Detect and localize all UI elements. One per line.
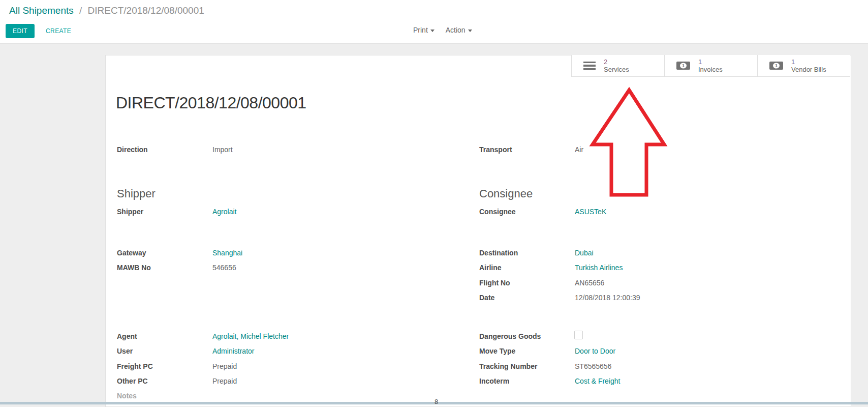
- field-consignee: ConsigneeASUSTeK: [479, 208, 606, 216]
- consignee-link[interactable]: ASUSTeK: [575, 208, 606, 216]
- transport-value: Air: [575, 146, 583, 154]
- gateway-link[interactable]: Shanghai: [212, 249, 242, 257]
- svg-text:1: 1: [682, 63, 685, 68]
- date-value: 12/08/2018 12:00:39: [575, 294, 640, 302]
- field-transport: TransportAir: [479, 146, 583, 154]
- field-freight-pc: Freight PCPrepaid: [117, 362, 237, 370]
- user-link[interactable]: Administrator: [212, 347, 254, 355]
- destination-link[interactable]: Dubai: [575, 249, 594, 257]
- services-count: 2: [604, 58, 629, 66]
- move-type-link[interactable]: Door to Door: [575, 347, 615, 355]
- field-incoterm: IncotermCost & Freight: [479, 377, 620, 385]
- vendor-bills-label: Vendor Bills: [791, 66, 826, 73]
- services-label: Services: [604, 66, 629, 73]
- breadcrumb-current-record: DIRECT/2018/12/08/00001: [88, 5, 204, 16]
- create-button[interactable]: CREATE: [41, 24, 76, 38]
- vendor-bills-stat-button[interactable]: 1 1 Vendor Bills: [757, 55, 850, 77]
- agent-link[interactable]: Agrolait, Michel Fletcher: [212, 332, 289, 340]
- freight-pc-value: Prepaid: [212, 362, 237, 370]
- record-title: DIRECT/2018/12/08/00001: [116, 94, 306, 112]
- chevron-down-icon: [468, 30, 472, 32]
- field-user: UserAdministrator: [117, 347, 254, 355]
- shipper-section-heading: Shipper: [117, 187, 156, 200]
- svg-text:1: 1: [775, 63, 778, 68]
- action-menus: Print Action: [413, 26, 481, 34]
- field-other-pc: Other PCPrepaid: [117, 377, 237, 385]
- field-move-type: Move TypeDoor to Door: [479, 347, 615, 355]
- field-destination: DestinationDubai: [479, 249, 594, 257]
- invoices-label: Invoices: [698, 66, 723, 73]
- consignee-section-heading: Consignee: [479, 187, 533, 200]
- services-stat-button[interactable]: 2 Services: [571, 55, 664, 77]
- field-flight-no: Flight NoAN65656: [479, 279, 604, 287]
- tracking-number-value: ST6565656: [575, 362, 611, 370]
- list-icon: [583, 62, 596, 70]
- shipper-link[interactable]: Agrolait: [212, 208, 236, 216]
- field-mawb-no: MAWB No546656: [117, 264, 236, 272]
- direction-value: Import: [212, 146, 233, 154]
- print-menu[interactable]: Print: [413, 26, 435, 34]
- control-panel: All Shipements / DIRECT/2018/12/08/00001…: [0, 0, 868, 44]
- airline-link[interactable]: Turkish Airlines: [575, 264, 623, 272]
- mawb-no-value: 546656: [212, 264, 236, 272]
- flight-no-value: AN65656: [575, 279, 604, 287]
- breadcrumb: All Shipements / DIRECT/2018/12/08/00001: [9, 5, 204, 16]
- field-agent: AgentAgrolait, Michel Fletcher: [117, 332, 289, 340]
- field-direction: DirectionImport: [117, 146, 233, 154]
- field-tracking-number: Tracking NumberST6565656: [479, 362, 611, 370]
- invoices-count: 1: [698, 58, 723, 66]
- dangerous-goods-checkbox[interactable]: [574, 331, 583, 339]
- money-icon: 1: [769, 61, 783, 70]
- other-pc-value: Prepaid: [212, 377, 237, 385]
- page: All Shipements / DIRECT/2018/12/08/00001…: [0, 0, 868, 407]
- edit-button[interactable]: EDIT: [6, 24, 35, 38]
- field-dangerous-goods: Dangerous Goods: [479, 332, 575, 340]
- invoices-stat-button[interactable]: 1 1 Invoices: [664, 55, 757, 77]
- bottom-panel-edge: [0, 402, 868, 404]
- field-shipper: ShipperAgrolait: [117, 208, 236, 216]
- money-icon: 1: [676, 61, 690, 70]
- notes-label: Notes: [117, 392, 137, 400]
- breadcrumb-all-shipments[interactable]: All Shipements: [9, 5, 74, 16]
- action-menu[interactable]: Action: [446, 26, 472, 34]
- vendor-bills-count: 1: [791, 58, 826, 66]
- field-gateway: GatewayShanghai: [117, 249, 242, 257]
- chevron-down-icon: [430, 30, 435, 32]
- field-airline: AirlineTurkish Airlines: [479, 264, 623, 272]
- incoterm-link[interactable]: Cost & Freight: [575, 377, 620, 385]
- stat-button-box: 2 Services 1 1 Invoices 1 1 Vend: [571, 55, 850, 77]
- cutoff-text-fragment: 8: [435, 398, 438, 405]
- field-date: Date12/08/2018 12:00:39: [479, 294, 640, 302]
- breadcrumb-separator: /: [76, 5, 85, 16]
